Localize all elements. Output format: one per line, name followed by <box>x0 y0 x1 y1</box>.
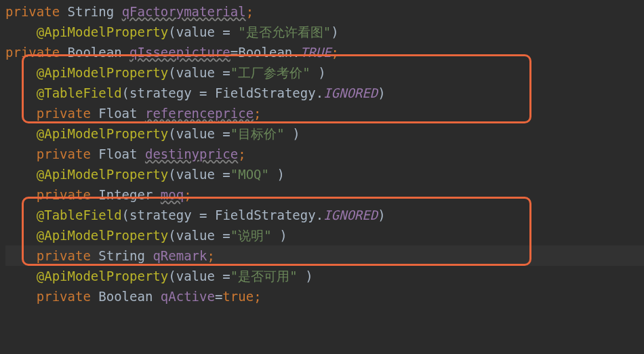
token-keyword: private <box>5 4 60 19</box>
token-field-underline: moq <box>161 187 184 202</box>
token-paren: ) <box>279 228 287 243</box>
token-equals: = <box>222 167 230 182</box>
token-string: "是否允许看图" <box>238 24 331 39</box>
token-type: value <box>176 24 215 39</box>
token-equals: = <box>215 289 222 304</box>
token-paren: ( <box>168 24 176 39</box>
token-keyword: private <box>37 106 91 121</box>
code-editor[interactable]: private String qFactorymaterial; @ApiMod… <box>0 0 644 307</box>
token-field-underline: referenceprice <box>145 106 254 121</box>
token-field: qActive <box>161 289 215 304</box>
token-type: Boolean <box>238 45 292 60</box>
token-paren: ( <box>122 208 129 222</box>
token-type: value <box>176 228 215 243</box>
token-dot: . <box>316 208 323 222</box>
token-string: "MOQ" <box>230 167 269 182</box>
code-line[interactable]: private Boolean qActive=true; <box>5 286 644 307</box>
token-paren: ( <box>122 85 129 100</box>
token-type: strategy <box>129 208 192 222</box>
token-annotation: @ApiModelProperty <box>37 228 168 243</box>
token-type: value <box>176 167 215 182</box>
token-dot: . <box>316 85 323 100</box>
token-type: strategy <box>129 85 192 100</box>
code-line[interactable]: private Float destinyprice; <box>5 144 644 164</box>
code-line[interactable]: private Integer moq; <box>5 184 644 205</box>
token-paren: ( <box>168 167 176 182</box>
code-line[interactable]: @ApiModelProperty(value ="工厂参考价" ) <box>5 62 644 83</box>
token-annotation: @ApiModelProperty <box>37 269 168 283</box>
token-annotation: @ApiModelProperty <box>37 65 168 80</box>
code-line[interactable]: @TableField(strategy = FieldStrategy.IGN… <box>5 83 644 103</box>
token-type: String <box>98 248 145 263</box>
token-type: value <box>176 269 215 283</box>
code-line[interactable]: @ApiModelProperty(value = "是否允许看图") <box>5 22 644 42</box>
token-field-underline: qIsseepicture <box>129 45 230 60</box>
token-semicolon: ; <box>254 106 261 121</box>
token-paren: ) <box>318 65 325 80</box>
token-equals: = <box>222 24 230 39</box>
token-type: String <box>68 4 115 19</box>
code-line[interactable]: @ApiModelProperty(value ="目标价" ) <box>5 123 644 144</box>
token-paren: ) <box>378 208 385 222</box>
token-keyword: private <box>37 289 91 304</box>
code-line[interactable]: @ApiModelProperty(value ="是否可用" ) <box>5 266 644 286</box>
token-equals: = <box>222 269 230 283</box>
token-paren: ) <box>378 85 385 100</box>
token-equals: = <box>222 65 230 80</box>
token-equals: = <box>199 208 207 222</box>
token-paren: ) <box>292 126 300 141</box>
token-string: "是否可用" <box>230 269 298 283</box>
token-dot: . <box>292 45 300 60</box>
token-semicolon: ; <box>254 289 261 304</box>
token-keyword: private <box>37 187 91 202</box>
token-static-italic: TRUE <box>300 45 331 60</box>
token-equals: = <box>222 228 230 243</box>
token-string: "说明" <box>230 228 272 243</box>
code-line[interactable]: @TableField(strategy = FieldStrategy.IGN… <box>5 205 644 225</box>
token-annotation: @TableField <box>37 208 122 222</box>
code-line[interactable]: private String qFactorymaterial; <box>5 1 644 22</box>
token-string: "工厂参考价" <box>230 65 310 80</box>
token-equals: = <box>222 126 230 141</box>
token-annotation: @ApiModelProperty <box>37 24 168 39</box>
token-paren: ) <box>277 167 284 182</box>
token-field-underline: destinyprice <box>145 146 238 161</box>
token-annotation: @ApiModelProperty <box>37 126 168 141</box>
token-type: Boolean <box>98 289 153 304</box>
code-line[interactable]: private Boolean qIsseepicture=Boolean.TR… <box>5 42 644 62</box>
token-string: "目标价" <box>230 126 285 141</box>
token-paren: ( <box>168 126 176 141</box>
token-field: qRemark <box>153 248 207 263</box>
token-type: Integer <box>98 187 153 202</box>
token-annotation: @ApiModelProperty <box>37 167 168 182</box>
token-type: Float <box>98 106 137 121</box>
token-semicolon: ; <box>246 4 254 19</box>
token-field-underline: qFactorymaterial <box>122 4 246 19</box>
token-keyword: private <box>5 45 60 60</box>
token-semicolon: ; <box>184 187 191 202</box>
code-line[interactable]: private String qRemark; <box>5 245 644 266</box>
token-paren: ) <box>331 24 338 39</box>
code-line[interactable]: @ApiModelProperty(value ="说明" ) <box>5 225 644 245</box>
token-paren: ) <box>305 269 313 283</box>
token-paren: ( <box>168 269 176 283</box>
code-line[interactable]: @ApiModelProperty(value ="MOQ" ) <box>5 164 644 184</box>
token-annotation: @TableField <box>37 85 122 100</box>
token-static-italic: IGNORED <box>323 208 378 222</box>
token-keyword: private <box>37 146 91 161</box>
token-equals: = <box>199 85 207 100</box>
token-paren: ( <box>168 65 176 80</box>
token-keyword: private <box>37 248 91 263</box>
token-type: FieldStrategy <box>215 208 316 222</box>
token-type: value <box>176 126 215 141</box>
token-type: value <box>176 65 215 80</box>
token-semicolon: ; <box>207 248 214 263</box>
token-equals: = <box>230 45 238 60</box>
token-semicolon: ; <box>238 146 245 161</box>
token-keyword: true <box>222 289 254 304</box>
code-line[interactable]: private Float referenceprice; <box>5 103 644 123</box>
token-type: Boolean <box>68 45 122 60</box>
token-type: FieldStrategy <box>215 85 316 100</box>
token-semicolon: ; <box>331 45 339 60</box>
token-type: Float <box>98 146 137 161</box>
